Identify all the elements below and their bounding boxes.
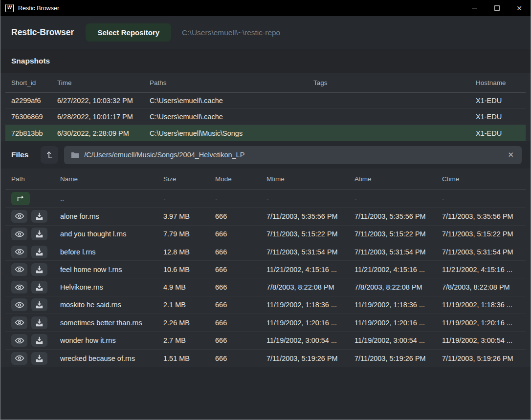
current-path-value: /C/Users/emuell/Music/Songs/2004_Helveti… — [84, 151, 507, 159]
file-mtime: 11/19/2002, 1:18:36 ... — [266, 301, 354, 309]
file-row: wonder how it.rns 2.7 MB 666 11/19/2002,… — [5, 332, 526, 349]
eye-icon — [15, 301, 24, 309]
download-file-button[interactable] — [31, 228, 47, 240]
column-paths: Paths — [150, 79, 313, 86]
file-ctime: 7/11/2003, 5:15:22 PM — [442, 230, 526, 238]
download-file-button[interactable] — [31, 246, 47, 258]
column-path: Path — [11, 175, 60, 183]
path-up-button[interactable] — [41, 146, 58, 164]
file-size: 4.9 MB — [163, 283, 215, 291]
file-mtime: - — [266, 195, 354, 203]
eye-icon — [15, 319, 24, 326]
file-mode: 666 — [215, 336, 266, 344]
up-right-arrow-icon — [16, 195, 25, 202]
view-file-button[interactable] — [11, 316, 27, 329]
file-name: wonder how it.rns — [60, 336, 163, 344]
minimize-icon — [472, 5, 477, 11]
file-mode: 666 — [215, 301, 266, 309]
file-mode: 666 — [215, 355, 266, 362]
maximize-button[interactable] — [486, 0, 508, 16]
download-file-button[interactable] — [31, 210, 47, 223]
download-file-button[interactable] — [31, 334, 47, 347]
file-name: feel home now !.rns — [60, 266, 163, 273]
snapshot-short-id: 76306869 — [11, 113, 57, 121]
snapshot-paths: C:\Users\emuell\.cache — [150, 97, 313, 105]
file-atime: 7/8/2003, 8:22:08 PM — [354, 283, 442, 291]
download-icon — [35, 319, 44, 327]
download-file-button[interactable] — [31, 298, 47, 311]
file-mode: - — [215, 195, 266, 203]
eye-icon — [15, 284, 24, 291]
file-mtime: 7/11/2003, 5:35:56 PM — [266, 212, 354, 220]
snapshot-short-id: 72b813bb — [11, 129, 57, 137]
file-ctime: 11/19/2002, 1:18:36 ... — [442, 301, 526, 309]
file-size: 1.51 MB — [163, 355, 215, 362]
repository-path[interactable]: C:\Users\emuell\~\restic-repo — [182, 28, 280, 37]
level-up-icon — [45, 150, 54, 159]
eye-icon — [15, 212, 24, 220]
snapshot-time: 6/30/2022, 2:28:09 PM — [57, 129, 150, 137]
file-row: sometimes better than.rns 2.26 MB 666 11… — [5, 314, 526, 332]
parent-directory-row: .. - - - - - — [5, 190, 526, 208]
file-name: .. — [60, 195, 163, 203]
file-mtime: 11/19/2002, 1:20:16 ... — [266, 319, 354, 327]
view-file-button[interactable] — [11, 298, 27, 311]
clear-path-button[interactable]: ✕ — [507, 150, 515, 159]
view-file-button[interactable] — [11, 263, 27, 276]
file-mtime: 7/11/2003, 5:31:54 PM — [266, 248, 354, 256]
file-row: before l.rns 12.8 MB 666 7/11/2003, 5:31… — [5, 243, 526, 261]
file-name: sometimes better than.rns — [60, 319, 163, 327]
download-icon — [35, 336, 44, 344]
snapshot-row[interactable]: 72b813bb 6/30/2022, 2:28:09 PM C:\Users\… — [5, 125, 526, 141]
file-atime: 11/21/2002, 4:15:16 ... — [354, 266, 442, 273]
column-tags: Tags — [313, 79, 476, 86]
file-name: before l.rns — [60, 248, 163, 256]
file-ctime: 7/11/2003, 5:35:56 PM — [442, 212, 526, 220]
view-file-button[interactable] — [11, 334, 27, 347]
download-file-button[interactable] — [31, 352, 47, 365]
file-name: alone for.rns — [60, 212, 163, 220]
file-atime: 11/19/2002, 3:00:54 ... — [354, 336, 442, 344]
download-icon — [35, 283, 44, 291]
snapshot-row[interactable]: 76306869 6/28/2022, 10:01:17 PM C:\Users… — [5, 109, 526, 125]
file-row: alone for.rns 3.97 MB 666 7/11/2003, 5:3… — [5, 208, 526, 225]
select-repository-button[interactable]: Select Repository — [86, 23, 171, 42]
file-size: 2.26 MB — [163, 319, 215, 327]
file-name: wrecked because of.rns — [60, 355, 163, 362]
eye-icon — [15, 337, 24, 344]
file-mode: 666 — [215, 248, 266, 256]
snapshots-heading: Snapshots — [11, 57, 50, 65]
file-row: wrecked because of.rns 1.51 MB 666 7/11/… — [5, 350, 526, 367]
view-file-button[interactable] — [11, 352, 27, 365]
snapshot-row[interactable]: a2299af6 6/27/2022, 10:03:32 PM C:\Users… — [5, 93, 526, 109]
file-mode: 666 — [215, 230, 266, 238]
minimize-button[interactable] — [463, 0, 486, 16]
file-size: 12.8 MB — [163, 248, 215, 256]
close-button[interactable]: ✕ — [508, 0, 531, 16]
view-file-button[interactable] — [11, 246, 27, 258]
file-name: moskito he said.rns — [60, 301, 163, 309]
file-size: 7.79 MB — [163, 230, 215, 238]
download-icon — [35, 266, 44, 273]
current-path-input[interactable]: /C/Users/emuell/Music/Songs/2004_Helveti… — [64, 146, 522, 164]
download-file-button[interactable] — [31, 281, 47, 294]
column-ctime: Ctime — [442, 175, 526, 183]
view-file-button[interactable] — [11, 210, 27, 223]
view-file-button[interactable] — [11, 281, 27, 294]
snapshot-hostname: X1-EDU — [476, 129, 526, 137]
download-file-button[interactable] — [31, 316, 47, 329]
snapshot-paths: C:\Users\emuell\Music\Songs — [150, 129, 313, 137]
file-mtime: 7/8/2003, 8:22:08 PM — [266, 283, 354, 291]
file-row: Helvikone.rns 4.9 MB 666 7/8/2003, 8:22:… — [5, 278, 526, 296]
download-file-button[interactable] — [31, 263, 47, 276]
go-parent-directory-button[interactable] — [11, 192, 30, 205]
files-table-body: alone for.rns 3.97 MB 666 7/11/2003, 5:3… — [5, 208, 526, 367]
file-ctime: 11/19/2002, 3:00:54 ... — [442, 336, 526, 344]
file-ctime: 7/11/2003, 5:31:54 PM — [442, 248, 526, 256]
snapshots-table: Short_id Time Paths Tags Hostname a2299a… — [0, 73, 531, 141]
eye-icon — [15, 248, 24, 255]
view-file-button[interactable] — [11, 228, 27, 240]
snapshot-short-id: a2299af6 — [11, 97, 57, 105]
files-table-header: Path Name Size Mode Mtime Atime Ctime — [5, 168, 526, 190]
snapshots-section-band: Snapshots — [0, 49, 531, 73]
